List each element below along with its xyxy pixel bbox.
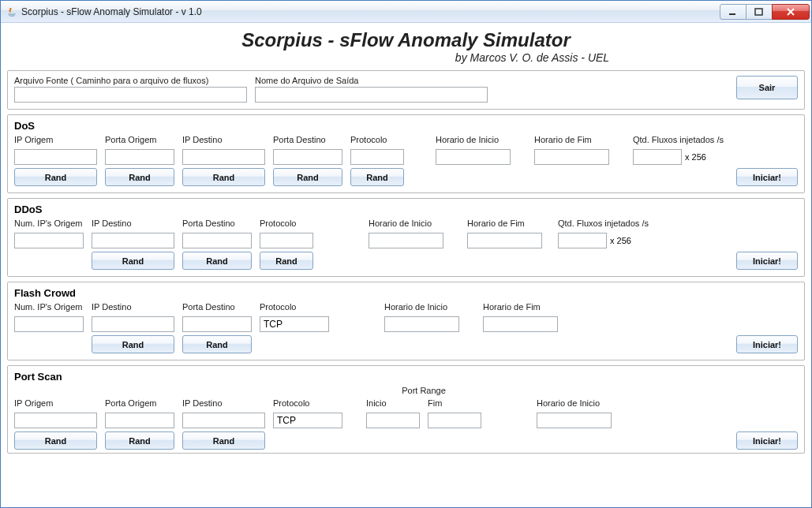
- portscan-panel: Port Scan IP Origem Rand Porta Origem Ra…: [7, 365, 805, 454]
- dos-x256-label: x 256: [685, 152, 706, 162]
- flash-panel: Flash Crowd Num. IP's Origem IP Destino …: [7, 282, 805, 360]
- flash-iniciar-button[interactable]: Iniciar!: [736, 335, 798, 353]
- ddos-horario-inicio-label: Horario de Inicio: [369, 219, 432, 228]
- ps-inicio-label: Inicio: [366, 398, 387, 408]
- flash-horario-inicio-input[interactable]: [384, 316, 459, 332]
- app-header: Scorpius - sFlow Anomaly Simulator by Ma…: [7, 26, 805, 65]
- ps-porta-origem-input[interactable]: [105, 413, 174, 428]
- dos-porta-destino-rand[interactable]: Rand: [273, 168, 342, 186]
- ps-ip-origem-label: IP Origem: [14, 398, 53, 408]
- ps-ip-origem-rand[interactable]: Rand: [14, 431, 97, 450]
- flash-protocolo-input[interactable]: [260, 316, 329, 332]
- dos-horario-inicio-input[interactable]: [436, 149, 511, 165]
- window-controls: [720, 4, 810, 20]
- flash-ip-destino-label: IP Destino: [92, 302, 132, 312]
- content-area: Scorpius - sFlow Anomaly Simulator by Ma…: [1, 23, 811, 507]
- dos-iniciar-button[interactable]: Iniciar!: [736, 168, 798, 186]
- dos-porta-destino-label: Porta Destino: [273, 135, 326, 144]
- ddos-protocolo-rand[interactable]: Rand: [260, 252, 313, 270]
- flash-num-ips-input[interactable]: [14, 316, 84, 332]
- close-button[interactable]: [772, 4, 810, 20]
- ps-iniciar-button[interactable]: Iniciar!: [736, 431, 798, 450]
- dos-porta-origem-label: Porta Origem: [105, 135, 156, 144]
- dos-horario-inicio-label: Horario de Inicio: [436, 135, 499, 144]
- ddos-porta-destino-label: Porta Destino: [182, 219, 235, 228]
- dos-qtd-fluxos-label: Qtd. Fluxos injetados /s: [633, 135, 724, 144]
- minimize-button[interactable]: [720, 4, 747, 20]
- ps-fim-label: Fim: [428, 398, 442, 408]
- ps-ip-destino-input[interactable]: [182, 413, 265, 428]
- ps-porta-origem-rand[interactable]: Rand: [105, 431, 174, 450]
- dos-ip-destino-label: IP Destino: [182, 135, 223, 144]
- titlebar: Scorpius - sFlow Anomaly Simulator - v 1…: [1, 1, 811, 23]
- app-title: Scorpius - sFlow Anomaly Simulator: [7, 29, 805, 51]
- dos-ip-destino-input[interactable]: [182, 149, 265, 165]
- dos-protocolo-label: Protocolo: [350, 135, 387, 144]
- ddos-num-ips-label: Num. IP's Origem: [14, 219, 82, 228]
- dos-porta-destino-input[interactable]: [273, 149, 342, 165]
- ddos-horario-fim-input[interactable]: [467, 233, 542, 248]
- ps-inicio-input[interactable]: [366, 413, 420, 428]
- flash-ip-destino-rand[interactable]: Rand: [92, 335, 174, 353]
- flash-horario-fim-input[interactable]: [483, 316, 558, 332]
- ps-ip-destino-rand[interactable]: Rand: [182, 431, 265, 450]
- flash-num-ips-label: Num. IP's Origem: [14, 302, 82, 312]
- dos-panel: DoS IP Origem Rand Porta Origem Rand: [7, 114, 805, 193]
- ps-protocolo-input[interactable]: [273, 413, 342, 428]
- dos-protocolo-rand[interactable]: Rand: [350, 168, 404, 186]
- window-title: Scorpius - sFlow Anomaly Simulator - v 1…: [21, 6, 720, 17]
- ddos-ip-destino-input[interactable]: [92, 233, 174, 248]
- dos-title: DoS: [14, 120, 798, 132]
- ddos-ip-destino-label: IP Destino: [92, 219, 132, 228]
- ddos-ip-destino-rand[interactable]: Rand: [92, 252, 174, 270]
- ddos-qtd-fluxos-label: Qtd. Fluxos injetados /s: [558, 219, 649, 228]
- ddos-horario-inicio-input[interactable]: [369, 233, 443, 248]
- java-icon: [6, 6, 18, 18]
- dos-porta-origem-input[interactable]: [105, 149, 174, 165]
- source-file-label: Arquivo Fonte ( Caminho para o arquivo d…: [14, 76, 247, 85]
- app-subtitle: by Marcos V. O. de Assis - UEL: [7, 51, 805, 64]
- dos-ip-origem-rand[interactable]: Rand: [14, 168, 97, 186]
- ddos-x256-label: x 256: [610, 236, 631, 245]
- ddos-horario-fim-label: Horario de Fim: [467, 219, 525, 228]
- ddos-num-ips-input[interactable]: [14, 233, 84, 248]
- ddos-title: DDoS: [14, 204, 798, 215]
- ps-port-range-label: Port Range: [366, 386, 481, 398]
- dos-qtd-fluxos-input[interactable]: [633, 149, 682, 165]
- dos-ip-origem-label: IP Origem: [14, 135, 53, 144]
- maximize-button[interactable]: [746, 4, 773, 20]
- ddos-panel: DDoS Num. IP's Origem IP Destino Rand: [7, 198, 805, 277]
- dos-protocolo-input[interactable]: [350, 149, 404, 165]
- ps-protocolo-label: Protocolo: [273, 398, 309, 408]
- exit-button[interactable]: Sair: [736, 76, 798, 99]
- ps-horario-inicio-label: Horario de Inicio: [537, 398, 600, 408]
- file-panel: Arquivo Fonte ( Caminho para o arquivo d…: [7, 70, 805, 110]
- ddos-porta-destino-rand[interactable]: Rand: [182, 252, 252, 270]
- source-file-input[interactable]: [14, 87, 247, 103]
- flash-porta-destino-input[interactable]: [182, 316, 252, 332]
- ddos-protocolo-input[interactable]: [260, 233, 313, 248]
- ps-fim-input[interactable]: [428, 413, 481, 428]
- ps-ip-destino-label: IP Destino: [182, 398, 223, 408]
- ddos-protocolo-label: Protocolo: [260, 219, 296, 228]
- ps-ip-origem-input[interactable]: [14, 413, 97, 428]
- flash-protocolo-label: Protocolo: [260, 302, 296, 312]
- portscan-title: Port Scan: [14, 371, 798, 383]
- dos-porta-origem-rand[interactable]: Rand: [105, 168, 174, 186]
- flash-horario-inicio-label: Horario de Inicio: [384, 302, 447, 312]
- dos-horario-fim-input[interactable]: [534, 149, 609, 165]
- flash-porta-destino-label: Porta Destino: [182, 302, 235, 312]
- output-file-input[interactable]: [255, 87, 488, 103]
- ps-horario-inicio-input[interactable]: [537, 413, 612, 428]
- flash-horario-fim-label: Horario de Fim: [483, 302, 541, 312]
- dos-ip-destino-rand[interactable]: Rand: [182, 168, 265, 186]
- ddos-qtd-fluxos-input[interactable]: [558, 233, 607, 248]
- svg-rect-0: [729, 13, 735, 15]
- output-file-label: Nome do Arquivo de Saída: [255, 76, 488, 85]
- ddos-iniciar-button[interactable]: Iniciar!: [736, 252, 798, 270]
- dos-ip-origem-input[interactable]: [14, 149, 97, 165]
- app-window: Scorpius - sFlow Anomaly Simulator - v 1…: [0, 0, 812, 508]
- ddos-porta-destino-input[interactable]: [182, 233, 252, 248]
- flash-ip-destino-input[interactable]: [92, 316, 174, 332]
- flash-porta-destino-rand[interactable]: Rand: [182, 335, 252, 353]
